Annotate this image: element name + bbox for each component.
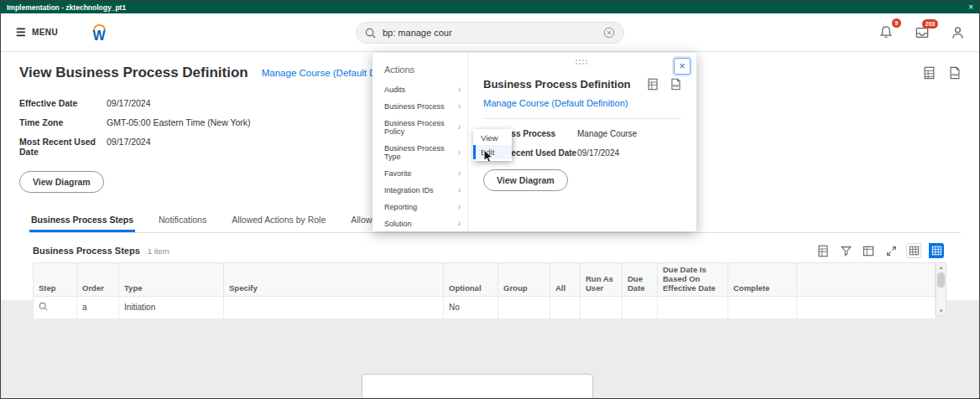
popup-definition-link[interactable]: Manage Course (Default Definition) <box>483 98 681 108</box>
actions-menu: Actions Audits › Business Process › Busi… <box>373 53 468 231</box>
popup-divider <box>483 118 681 119</box>
col-filler <box>797 263 936 297</box>
search-icon <box>365 28 376 39</box>
menu-item-business-process[interactable]: Business Process › <box>373 98 467 115</box>
field-label: Time Zone <box>19 117 107 127</box>
cell-step <box>34 296 77 319</box>
tab-allowed-actions-by-role[interactable]: Allowed Actions by Role <box>230 210 327 232</box>
window-close-icon[interactable]: × <box>968 3 973 12</box>
clear-search-icon[interactable] <box>603 27 615 39</box>
tab-business-process-steps[interactable]: Business Process Steps <box>29 210 135 232</box>
popup-field-most-recent-used-date: Most Recent Used Date 09/17/2024 <box>483 148 681 158</box>
scrollbar-thumb[interactable] <box>937 272 945 288</box>
cell-complete <box>728 296 797 319</box>
chevron-right-icon: › <box>458 148 461 157</box>
actions-menu-title: Actions <box>373 61 467 81</box>
chevron-right-icon: › <box>458 186 461 194</box>
col-order: Order <box>77 263 119 297</box>
cell-filler <box>797 296 936 319</box>
export-to-excel-icon[interactable] <box>923 66 936 80</box>
chevron-right-icon: › <box>458 203 461 211</box>
window-title: Implementation - zktechnology_pt1 <box>7 3 126 12</box>
col-complete: Complete <box>728 263 797 297</box>
field-label: Most Recent Used Date <box>19 137 107 157</box>
drag-handle-icon[interactable] <box>576 60 589 66</box>
field-value: 09/17/2024 <box>107 98 151 108</box>
menu-item-reporting[interactable]: Reporting › <box>373 199 467 215</box>
col-due-date-based-on: Due Date Is Based On Effective Date <box>658 263 728 297</box>
table-toolbar: Business Process Steps 1 item <box>33 243 944 258</box>
view-diagram-button[interactable]: View Diagram <box>19 171 104 193</box>
cell-run-as-user <box>581 296 623 319</box>
menu-item-label: Business Process <box>384 102 445 111</box>
row-magnifier-icon[interactable] <box>39 303 48 313</box>
menu-item-label: Integration IDs <box>384 186 434 194</box>
bell-icon <box>879 25 893 39</box>
inbox-badge: 203 <box>922 19 938 28</box>
menu-item-solution[interactable]: Solution › <box>373 215 467 232</box>
grid-view-active-icon[interactable] <box>929 243 944 258</box>
menu-label: MENU <box>32 28 58 37</box>
col-optional: Optional <box>444 263 498 297</box>
table-caption: Business Process Steps <box>33 246 140 256</box>
menu-button[interactable]: ☰ MENU <box>16 27 58 38</box>
menu-item-business-process-type[interactable]: Business Process Type › <box>373 140 467 165</box>
search-input[interactable] <box>383 28 597 38</box>
table-container: Step Order Type Specify Optional Group A… <box>33 262 979 319</box>
menu-item-favorite[interactable]: Favorite › <box>373 165 467 182</box>
table-row[interactable]: a Initiation No <box>34 296 936 319</box>
window-titlebar: Implementation - zktechnology_pt1 × <box>1 1 979 13</box>
svg-text:PDF: PDF <box>673 85 680 88</box>
filter-icon[interactable] <box>838 243 853 258</box>
col-step: Step <box>34 263 77 297</box>
cell-type: Initiation <box>119 296 224 319</box>
menu-item-integration-ids[interactable]: Integration IDs › <box>373 182 467 199</box>
popup-export-icons: PDF <box>647 78 681 91</box>
inbox-button[interactable]: 203 <box>915 26 930 39</box>
notifications-button[interactable]: 9 <box>879 25 893 39</box>
cell-due-date <box>623 296 658 319</box>
cell-optional: No <box>444 296 498 319</box>
col-all: All <box>550 263 581 297</box>
related-actions-popup: Actions Audits › Business Process › Busi… <box>373 53 696 231</box>
chevron-right-icon: › <box>458 102 461 111</box>
chevron-right-icon: › <box>458 86 461 94</box>
popup-close-button[interactable]: × <box>674 58 691 75</box>
mouse-cursor-icon <box>483 149 494 163</box>
hamburger-icon: ☰ <box>16 27 26 38</box>
expand-table-icon[interactable] <box>884 243 899 258</box>
grid-view-icon[interactable] <box>906 243 921 258</box>
col-run-as-user: Run As User <box>581 263 623 297</box>
table-vertical-scrollbar[interactable]: ▲ ▼ <box>936 262 946 316</box>
menu-item-label: Favorite <box>384 169 412 178</box>
menu-item-label: Business Process Type <box>384 144 458 161</box>
table-item-count: 1 item <box>148 246 169 256</box>
notifications-badge: 9 <box>892 18 901 28</box>
export-to-excel-icon[interactable] <box>647 78 659 91</box>
cell-specify <box>224 296 444 319</box>
tab-notifications[interactable]: Notifications <box>157 210 208 232</box>
popup-view-diagram-button[interactable]: View Diagram <box>483 169 568 191</box>
cell-due-date-based-on <box>658 296 728 319</box>
export-to-pdf-icon[interactable]: PDF <box>949 66 961 80</box>
export-to-pdf-icon[interactable]: PDF <box>670 78 681 91</box>
global-search[interactable] <box>356 22 624 44</box>
svg-text:PDF: PDF <box>951 73 959 77</box>
table-tools <box>816 243 944 258</box>
page-export-icons: PDF <box>923 66 961 80</box>
field-label: Effective Date <box>19 98 107 108</box>
freeze-columns-icon[interactable] <box>861 243 876 258</box>
cell-group <box>498 296 550 319</box>
scroll-down-icon[interactable]: ▼ <box>939 307 944 315</box>
menu-item-business-process-policy[interactable]: Business Process Policy › <box>373 115 467 140</box>
export-grid-icon[interactable] <box>816 243 831 258</box>
menu-item-audits[interactable]: Audits › <box>373 81 467 98</box>
field-value: Manage Course <box>577 129 637 138</box>
menu-item-label: Solution <box>384 220 412 228</box>
submenu-item-view[interactable]: View <box>473 131 512 145</box>
scroll-up-icon[interactable]: ▲ <box>939 263 944 272</box>
col-due-date: Due Date <box>623 263 658 297</box>
chevron-right-icon: › <box>458 220 461 228</box>
profile-button[interactable] <box>951 26 964 39</box>
workday-logo[interactable]: W <box>88 24 110 41</box>
